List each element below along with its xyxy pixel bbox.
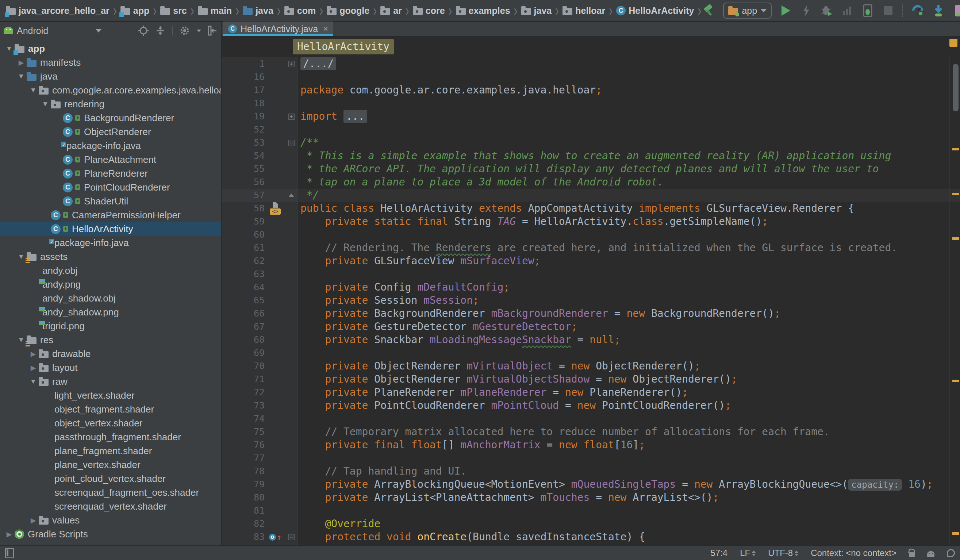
code-line-72[interactable]: 72 private PlaneRenderer mPlaneRenderer … [222,386,960,399]
apply-changes-icon[interactable] [800,3,813,19]
line-number[interactable]: 55 [222,162,265,176]
chevron-down-icon[interactable] [96,29,101,32]
tree-item-package-info-java[interactable]: Jpackage-info.java [0,236,221,250]
tree-arrow-icon[interactable]: ▼ [28,86,39,94]
warning-stripe-mark[interactable] [952,380,959,382]
tree-item-andy-shadow-png[interactable]: andy_shadow.png [0,305,221,319]
tree-arrow-icon[interactable]: ▼ [16,336,27,344]
tree-arrow-icon[interactable]: ▶ [28,516,39,525]
code-line-56[interactable]: 56 * tap on a plane to place a 3d model … [222,176,960,189]
run-config-dropdown[interactable]: app [723,3,772,19]
avd-manager-icon[interactable] [911,3,924,19]
line-number[interactable]: 58 [222,202,265,215]
close-icon[interactable]: × [323,24,328,34]
tree-item-java[interactable]: ▼java [0,69,221,83]
tree-arrow-icon[interactable]: ▼ [16,253,27,261]
context-indicator[interactable]: Context: <no context> [811,548,896,558]
tree-item-helloaractivity[interactable]: CHelloArActivity [0,222,221,236]
line-number[interactable]: 83 [222,530,265,544]
code-line-54[interactable]: 54 * This is a simple example that shows… [222,149,960,162]
tree-arrow-icon[interactable]: ▼ [16,72,27,80]
unlocked-icon[interactable] [909,552,915,557]
tree-item-shaderutil[interactable]: CShaderUtil [0,194,221,208]
fold-marker-icon[interactable]: − [288,534,294,540]
code-line-69[interactable]: 69 [222,346,960,360]
code-line-65[interactable]: 65 private Session mSession; [222,294,960,307]
tree-item-values[interactable]: ▶values [0,513,221,527]
breadcrumb-item[interactable]: com [283,5,317,16]
locate-icon[interactable] [138,26,149,36]
code-line-64[interactable]: 64 private Config mDefaultConfig; [222,281,960,294]
toolwindow-bars-icon[interactable] [5,548,14,558]
breadcrumb-item[interactable]: src [159,5,188,16]
fold-marker-icon[interactable]: − [288,140,294,146]
tree-item-trigrid-png[interactable]: trigrid.png [0,319,221,333]
code-line-81[interactable]: 81 [222,504,960,517]
line-number[interactable]: 62 [222,254,265,267]
code-line-66[interactable]: 66 private BackgroundRenderer mBackgroun… [222,307,960,320]
breadcrumb-item[interactable]: java [520,5,554,16]
debug-icon[interactable] [821,3,833,19]
code-line-17[interactable]: 17package com.google.ar.core.examples.ja… [222,83,960,97]
tree-item-backgroundrenderer[interactable]: CBackgroundRenderer [0,111,221,125]
line-number[interactable]: 78 [222,465,265,478]
line-number[interactable]: 70 [222,360,265,373]
line-number[interactable]: 80 [222,491,265,504]
fold-marker-icon[interactable] [288,194,294,197]
line-number[interactable]: 72 [222,386,265,399]
breadcrumb-item[interactable]: app [119,5,151,16]
scrollbar-thumb[interactable] [953,64,958,111]
code-line-53[interactable]: 53−/** [222,136,960,149]
line-number[interactable]: 57 [222,189,265,202]
code-line-62[interactable]: 62 private GLSurfaceView mSurfaceView; [222,254,960,267]
breadcrumb-item[interactable]: java [241,5,275,16]
view-selector[interactable]: Android [17,26,48,36]
warning-stripe-mark[interactable] [952,237,959,240]
tree-item-screenquad-vertex-shader[interactable]: screenquad_vertex.shader [0,499,221,513]
tree-item-planerenderer[interactable]: CPlaneRenderer [0,166,221,180]
code-line-58[interactable]: 58<>public class HelloArActivity extends… [222,202,960,215]
code-line-79[interactable]: 79 private ArrayBlockingQueue<MotionEven… [222,478,960,491]
code-line-61[interactable]: 61 // Rendering. The Renderers are creat… [222,241,960,254]
tree-item-raw[interactable]: ▼raw [0,374,221,389]
line-number[interactable]: 79 [222,478,265,491]
tree-arrow-icon[interactable]: ▼ [40,100,51,108]
line-number[interactable]: 18 [222,97,265,110]
device-manager-icon[interactable] [953,3,960,19]
code-line-68[interactable]: 68 private Snackbar mLoadingMessageSnack… [222,333,960,346]
line-number[interactable]: 53 [222,136,265,149]
fold-marker-icon[interactable]: + [288,114,294,120]
line-number[interactable]: 71 [222,373,265,386]
error-stripe[interactable] [949,57,960,546]
line-number[interactable]: 82 [222,517,265,530]
code-line-76[interactable]: 76 private final float[] mAnchorMatrix =… [222,438,960,451]
breadcrumb-item[interactable]: google [325,5,371,16]
tree-item-passthrough-fragment-shader[interactable]: passthrough_fragment.shader [0,430,221,444]
run-icon[interactable] [780,3,792,19]
tree-item-rendering[interactable]: ▼rendering [0,97,221,111]
tree-item-planeattachment[interactable]: CPlaneAttachment [0,153,221,166]
tree-item-package-info-java[interactable]: Jpackage-info.java [0,139,221,153]
code-line-73[interactable]: 73 private PointCloudRenderer mPointClou… [222,399,960,412]
tree-arrow-icon[interactable]: ▶ [16,58,27,67]
line-number[interactable]: 74 [222,412,265,425]
robot-icon[interactable] [927,551,934,557]
code-line-77[interactable]: 77 [222,451,960,465]
line-number[interactable]: 63 [222,267,265,281]
fold-marker-icon[interactable]: + [288,61,294,67]
code-line-55[interactable]: 55 * the ARCore API. The application wil… [222,162,960,176]
line-number[interactable]: 77 [222,451,265,465]
tree-item-object-fragment-shader[interactable]: object_fragment.shader [0,402,221,416]
line-number[interactable]: 76 [222,438,265,451]
code-line-60[interactable]: 60 [222,228,960,241]
tree-item-gradle-scripts[interactable]: ▶Gradle Scripts [0,527,221,541]
line-number[interactable]: 54 [222,149,265,162]
tree-item-screenquad-fragment-oes-shader[interactable]: screenquad_fragment_oes.shader [0,486,221,499]
code-editor[interactable]: 1+/.../1617package com.google.ar.core.ex… [222,57,960,546]
sdk-manager-icon[interactable] [932,3,945,19]
line-number[interactable]: 17 [222,83,265,97]
code-line-19[interactable]: 19+import ... [222,110,960,123]
line-number[interactable]: 81 [222,504,265,517]
code-line-75[interactable]: 75 // Temporary matrix allocated here to… [222,425,960,438]
tree-arrow-icon[interactable]: ▼ [4,45,14,53]
